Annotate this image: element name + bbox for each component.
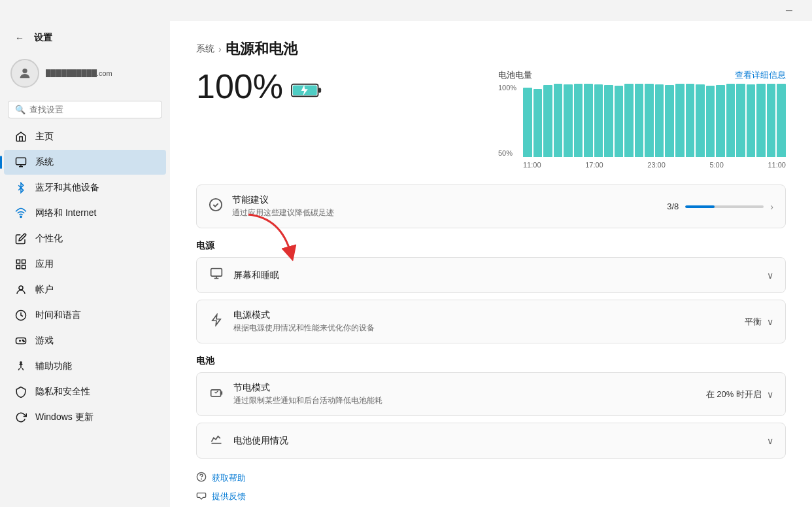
sidebar-item-apps[interactable]: 应用 [4,252,166,277]
chart-bar [686,84,695,157]
battery-icon [291,81,322,99]
sidebar-item-time[interactable]: 时间和语言 [4,303,166,328]
chart-bar [604,85,613,157]
main-content: 系统 › 电源和电池 100% [170,21,812,507]
svg-rect-16 [211,269,222,277]
svg-point-11 [24,341,25,342]
recommendation-card[interactable]: 节能建议 通过应用这些建议降低碳足迹 3/8 › [196,184,786,228]
sidebar-item-personalize[interactable]: 个性化 [4,226,166,251]
sidebar-item-accounts[interactable]: 帐户 [4,277,166,302]
power-mode-row[interactable]: 电源模式 根据电源使用情况和性能来优化你的设备 平衡 ∨ [196,300,786,343]
chart-bar [756,84,766,157]
nav-container: 主页系统蓝牙和其他设备网络和 Internet个性化应用帐户时间和语言游戏辅助功… [0,124,170,430]
feedback-icon [196,490,207,503]
feedback-link[interactable]: 提供反馈 [196,490,786,503]
chart-area: 100% 50% 11:0017:0023:005:0011:00 [498,84,786,169]
footer-links: 获取帮助 提供反馈 [196,472,786,503]
sidebar-item-label-system: 系统 [35,156,54,168]
sidebar-item-windows_update[interactable]: Windows 更新 [4,405,166,430]
screen-sleep-wrapper: 屏幕和睡眠 ∨ [196,257,786,293]
svg-rect-5 [16,266,20,269]
battery-usage-right: ∨ [767,436,773,446]
recommendation-icon [209,198,223,215]
chart-bar [533,89,543,157]
chart-x-labels: 11:0017:0023:005:0011:00 [523,161,786,169]
sidebar-item-label-time: 时间和语言 [35,309,81,321]
user-section[interactable]: ██████████.com [0,52,170,94]
svg-rect-4 [22,260,25,263]
svg-point-20 [201,479,202,480]
svg-point-7 [19,286,23,290]
battery-saver-icon [209,386,224,402]
power-mode-subtitle: 根据电源使用情况和性能来优化你的设备 [233,323,736,334]
chart-y-50: 50% [498,149,516,157]
chart-bar [726,84,736,157]
sidebar-item-home[interactable]: 主页 [4,124,166,149]
svg-rect-1 [16,158,26,165]
chart-bar [716,85,725,157]
breadcrumb-arrow: › [218,44,222,54]
battery-display: 100% [196,69,322,103]
chart-header: 电池电量 查看详细信息 [498,69,786,81]
chart-y-labels: 100% 50% [498,84,516,157]
search-input[interactable] [29,105,155,114]
sidebar-item-network[interactable]: 网络和 Internet [4,201,166,226]
battery-usage-chevron: ∨ [767,436,773,446]
apps-nav-icon [14,258,27,271]
recommendation-subtitle: 通过应用这些建议降低碳足迹 [232,207,658,219]
chart-bar [584,84,593,157]
recommendation-badge: 3/8 [667,201,679,211]
user-email: ██████████.com [46,69,112,77]
search-box[interactable]: 🔍 [8,101,162,118]
svg-point-0 [22,69,27,73]
chart-x-label: 11:00 [768,161,786,169]
sidebar-item-bluetooth[interactable]: 蓝牙和其他设备 [4,175,166,200]
battery-chart-container: 电池电量 查看详细信息 100% 50% 11:0017:0023:005:00… [498,69,786,169]
chart-bar [675,84,685,157]
chart-detail-link[interactable]: 查看详细信息 [735,69,786,81]
sidebar-item-system[interactable]: 系统 [4,150,166,175]
help-icon [196,472,207,485]
sidebar-item-games[interactable]: 游戏 [4,328,166,353]
chart-title: 电池电量 [498,69,532,81]
power-mode-content: 电源模式 根据电源使用情况和性能来优化你的设备 [233,309,736,334]
breadcrumb-system[interactable]: 系统 [196,43,214,55]
sidebar-item-privacy[interactable]: 隐私和安全性 [4,379,166,404]
chart-x-label: 11:00 [523,161,541,169]
svg-rect-6 [22,266,25,269]
app-container: ← 设置 ██████████.com 🔍 主页系统蓝牙和其他设备网络和 Int… [0,21,812,507]
sidebar-item-label-privacy: 隐私和安全性 [35,386,90,398]
battery-saver-chevron: ∨ [767,389,773,400]
chart-bar [696,84,705,157]
battery-icon-area [291,81,322,99]
svg-rect-15 [318,88,322,92]
recommendation-chevron: › [770,201,773,212]
battery-saver-row[interactable]: 节电模式 通过限制某些通知和后台活动降低电池能耗 在 20% 时开启 ∨ [196,372,786,416]
page-title: 电源和电池 [226,39,297,59]
battery-saver-value: 在 20% 时开启 [706,389,762,400]
home-nav-icon [14,130,27,143]
chart-bar [574,84,583,157]
sidebar-item-label-windows_update: Windows 更新 [35,411,93,423]
recommendation-title: 节能建议 [232,194,658,206]
chart-bar [747,84,756,157]
help-link[interactable]: 获取帮助 [196,472,786,485]
breadcrumb: 系统 › 电源和电池 [196,21,786,69]
chart-bar [645,84,654,157]
battery-usage-row[interactable]: 电池使用情况 ∨ [196,423,786,459]
sidebar: ← 设置 ██████████.com 🔍 主页系统蓝牙和其他设备网络和 Int… [0,21,170,507]
chart-bar [706,86,715,157]
back-button[interactable]: ← [10,29,29,47]
sidebar-item-label-network: 网络和 Internet [35,207,96,219]
chart-bar [736,84,745,157]
chart-bar [615,86,624,157]
sidebar-item-label-bluetooth: 蓝牙和其他设备 [35,182,99,194]
power-section-heading: 电源 [196,240,786,252]
sidebar-item-accessibility[interactable]: 辅助功能 [4,354,166,379]
accounts-nav-icon [14,283,27,296]
sidebar-title: 设置 [34,32,52,44]
screen-sleep-row[interactable]: 屏幕和睡眠 ∨ [196,257,786,293]
privacy-nav-icon [14,385,27,398]
battery-saver-title: 节电模式 [233,382,697,394]
minimize-button[interactable]: ─ [774,0,804,21]
